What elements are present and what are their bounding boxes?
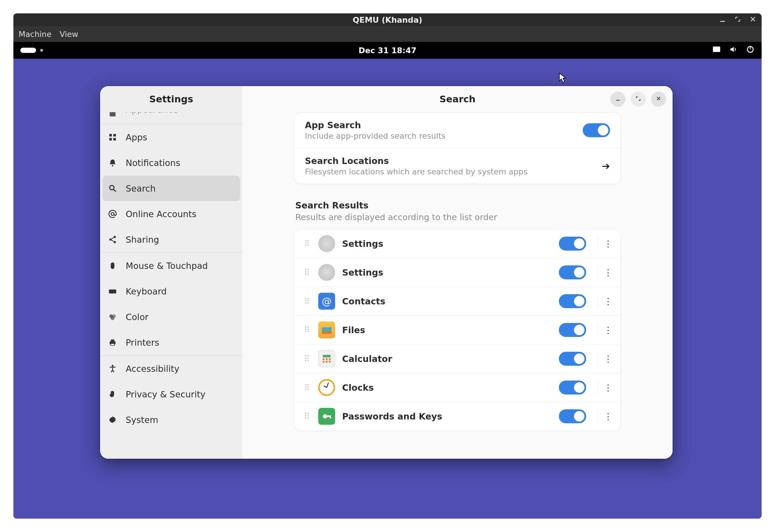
svg-rect-34 <box>322 330 332 332</box>
screen-icon <box>712 45 721 56</box>
qemu-menu-view[interactable]: View <box>60 30 78 39</box>
settings-app-icon <box>318 235 335 252</box>
window-minimize-button[interactable] <box>610 92 626 107</box>
sidebar-item-printers[interactable]: Printers <box>100 330 242 355</box>
svg-rect-28 <box>111 340 115 341</box>
settings-app-icon <box>318 264 335 281</box>
list-item-more-button[interactable]: ⋮ <box>598 381 612 394</box>
sidebar-list[interactable]: Appearance Apps Notifications <box>100 112 242 433</box>
svg-rect-40 <box>323 361 325 363</box>
sidebar-item-appearance[interactable]: Appearance <box>100 112 242 124</box>
settings-sidebar: Settings Appearance Apps <box>100 86 242 459</box>
sidebar-item-search[interactable]: Search <box>102 176 240 201</box>
primary-menu-button[interactable] <box>224 92 237 106</box>
sidebar-item-apps[interactable]: Apps <box>100 124 242 150</box>
sidebar-item-sharing[interactable]: Sharing <box>100 227 242 252</box>
list-item-toggle[interactable] <box>559 265 586 279</box>
at-icon <box>108 209 117 219</box>
window-maximize-button[interactable] <box>631 92 646 107</box>
drag-handle-icon[interactable]: ⠿ <box>303 325 311 335</box>
sidebar-item-label: Keyboard <box>126 286 167 297</box>
close-icon[interactable] <box>749 15 756 24</box>
list-item-more-button[interactable]: ⋮ <box>598 409 612 423</box>
kebab-icon: ⋮ <box>604 239 613 249</box>
sidebar-item-notifications[interactable]: Notifications <box>100 150 242 176</box>
apps-icon <box>108 132 117 142</box>
list-item-toggle[interactable] <box>559 409 586 423</box>
list-item-toggle[interactable] <box>559 352 586 366</box>
svg-rect-2 <box>713 47 720 51</box>
sidebar-item-color[interactable]: Color <box>100 304 242 330</box>
sidebar-item-system[interactable]: System <box>100 407 242 433</box>
list-item[interactable]: ⠿ Clocks ⋮ <box>294 373 621 402</box>
minimize-icon <box>615 95 621 103</box>
list-item[interactable]: ⠿ Calculator ⋮ <box>294 344 621 373</box>
clock-label[interactable]: Dec 31 18:47 <box>13 46 762 55</box>
maximize-icon[interactable] <box>734 15 741 24</box>
settings-content[interactable]: App Search Include app-provided search r… <box>242 112 673 459</box>
svg-rect-35 <box>322 332 332 334</box>
list-item[interactable]: ⠿ Files ⋮ <box>294 315 621 344</box>
activities-button[interactable] <box>20 48 43 53</box>
drag-handle-icon[interactable]: ⠿ <box>303 297 311 306</box>
sidebar-title: Settings <box>119 94 224 105</box>
kebab-icon: ⋮ <box>604 411 613 422</box>
window-close-button[interactable] <box>651 92 666 107</box>
kebab-icon: ⋮ <box>604 354 613 364</box>
list-item[interactable]: ⠿ Passwords and Keys ⋮ <box>294 402 621 431</box>
list-item-more-button[interactable]: ⋮ <box>598 352 612 366</box>
list-item-more-button[interactable]: ⋮ <box>598 323 612 337</box>
svg-point-26 <box>111 317 115 320</box>
list-item-label: Contacts <box>342 296 552 306</box>
app-search-row[interactable]: App Search Include app-provided search r… <box>294 113 621 148</box>
svg-rect-39 <box>329 358 331 360</box>
list-item-more-button[interactable]: ⋮ <box>598 265 612 279</box>
list-item-toggle[interactable] <box>559 237 586 251</box>
svg-rect-14 <box>113 138 116 141</box>
settings-headerbar: Search <box>242 86 673 112</box>
sidebar-item-keyboard[interactable]: Keyboard <box>100 279 242 304</box>
appearance-icon <box>108 112 117 119</box>
list-item-more-button[interactable]: ⋮ <box>598 294 612 308</box>
svg-point-30 <box>112 365 113 367</box>
app-search-toggle[interactable] <box>583 123 610 137</box>
sidebar-item-online-accounts[interactable]: Online Accounts <box>100 201 242 227</box>
drag-handle-icon[interactable]: ⠿ <box>303 383 311 392</box>
list-item[interactable]: ⠿ Settings ⋮ <box>294 258 621 287</box>
svg-rect-13 <box>109 138 112 141</box>
list-item[interactable]: ⠿ Settings ⋮ <box>294 229 621 258</box>
drag-handle-icon[interactable]: ⠿ <box>303 268 311 277</box>
section-subtitle: Results are displayed according to the l… <box>295 212 621 222</box>
status-area[interactable] <box>712 45 755 56</box>
sidebar-item-label: Printers <box>126 338 159 348</box>
sidebar-item-mouse[interactable]: Mouse & Touchpad <box>100 253 242 279</box>
calculator-app-icon <box>318 350 335 367</box>
search-button[interactable] <box>105 92 119 106</box>
gear-icon <box>108 415 117 425</box>
sidebar-item-accessibility[interactable]: Accessibility <box>100 356 242 381</box>
settings-main: Search App Search Includ <box>242 86 673 459</box>
qemu-menu-machine[interactable]: Machine <box>19 30 51 39</box>
svg-rect-4 <box>750 46 751 50</box>
drag-handle-icon[interactable]: ⠿ <box>303 239 311 249</box>
clocks-app-icon <box>318 379 335 396</box>
list-item[interactable]: ⠿ @ Contacts ⋮ <box>294 287 621 315</box>
sidebar-item-privacy[interactable]: Privacy & Security <box>100 381 242 407</box>
svg-rect-36 <box>323 355 331 358</box>
minimize-icon[interactable] <box>719 15 726 24</box>
sidebar-item-label: Sharing <box>126 235 159 245</box>
guest-viewport: Dec 31 18:47 Settings <box>13 42 762 519</box>
search-locations-row[interactable]: Search Locations Filesystem locations wh… <box>294 148 621 184</box>
list-item-toggle[interactable] <box>559 294 586 308</box>
drag-handle-icon[interactable]: ⠿ <box>303 354 311 364</box>
list-item-toggle[interactable] <box>559 323 586 337</box>
share-icon <box>108 235 117 244</box>
kebab-icon: ⋮ <box>604 325 613 335</box>
list-item-more-button[interactable]: ⋮ <box>598 237 612 251</box>
svg-point-15 <box>112 165 113 167</box>
list-item-toggle[interactable] <box>559 381 586 394</box>
drag-handle-icon[interactable]: ⠿ <box>303 412 311 421</box>
sidebar-item-label: Notifications <box>126 158 180 168</box>
kebab-icon: ⋮ <box>604 296 613 306</box>
qemu-titlebar[interactable]: QEMU (Khanda) <box>13 13 762 26</box>
